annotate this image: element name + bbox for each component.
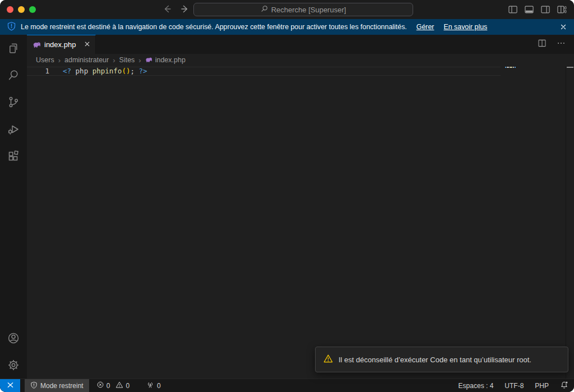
line-number: 1	[27, 67, 49, 75]
error-count: 0	[107, 382, 110, 390]
warning-icon	[323, 354, 333, 365]
more-actions-icon[interactable]	[556, 38, 566, 50]
code-token: ;	[130, 67, 135, 75]
traffic-lights	[7, 6, 36, 13]
notification-toast[interactable]: Il est déconseillé d’exécuter Code en ta…	[315, 347, 568, 372]
encoding-status[interactable]: UTF-8	[499, 379, 529, 392]
extensions-icon[interactable]	[0, 142, 27, 169]
remote-indicator[interactable]	[0, 379, 20, 392]
chevron-right-icon: ›	[113, 56, 115, 64]
code-token	[135, 67, 139, 75]
code-token: ?>	[139, 67, 147, 75]
search-icon	[261, 5, 268, 14]
restricted-mode-banner: Le mode restreint est destiné à la navig…	[0, 19, 574, 35]
source-control-icon[interactable]	[0, 89, 27, 116]
gear-icon[interactable]	[0, 352, 27, 379]
warning-count: 0	[126, 382, 129, 390]
warning-icon	[115, 381, 123, 390]
banner-message: Le mode restreint est destiné à la navig…	[21, 23, 407, 31]
ports-status[interactable]: 0	[142, 379, 165, 392]
breadcrumb-item[interactable]: Users	[36, 56, 54, 64]
remote-icon	[6, 381, 15, 391]
indentation-label: Espaces : 4	[459, 382, 494, 390]
notifications-bell[interactable]	[554, 379, 574, 392]
indentation-status[interactable]: Espaces : 4	[453, 379, 499, 392]
code-token: phpinfo	[92, 67, 122, 75]
php-icon	[33, 40, 41, 50]
error-icon	[96, 381, 104, 390]
account-icon[interactable]	[0, 325, 27, 352]
restricted-mode-label: Mode restreint	[40, 382, 84, 390]
code-editor[interactable]: 1 <? php phpinfo(); ?>	[27, 66, 574, 379]
bell-icon	[560, 381, 568, 391]
encoding-label: UTF-8	[504, 382, 524, 390]
language-mode-status[interactable]: PHP	[529, 379, 554, 392]
forward-icon[interactable]	[179, 3, 191, 15]
language-label: PHP	[535, 382, 549, 390]
status-bar: Mode restreint 0 0 0 Espaces : 4 UTF-8	[0, 379, 574, 392]
customize-layout-icon[interactable]	[556, 4, 567, 17]
chevron-right-icon: ›	[58, 56, 61, 64]
tab-close-icon[interactable]	[84, 40, 91, 49]
overview-ruler-scrollbar[interactable]	[566, 66, 574, 379]
vscode-window: Recherche [Superuser] Le mode restreint …	[0, 0, 574, 392]
cursor-position-mark	[567, 67, 573, 68]
code-token: (	[122, 67, 126, 75]
php-icon	[145, 56, 152, 64]
title-bar: Recherche [Superuser]	[0, 0, 574, 19]
tab-index-php[interactable]: index.php	[27, 35, 96, 54]
minimap[interactable]	[501, 66, 566, 379]
toggle-secondary-sidebar-icon[interactable]	[540, 4, 551, 17]
code-token: <?	[63, 67, 71, 75]
breadcrumb-item[interactable]: index.php	[155, 56, 186, 64]
zoom-window-button[interactable]	[29, 6, 36, 13]
search-view-icon[interactable]	[0, 62, 27, 89]
banner-manage-link[interactable]: Gérer	[416, 23, 434, 31]
search-placeholder: Recherche [Superuser]	[271, 6, 346, 14]
restricted-mode-status[interactable]: Mode restreint	[25, 379, 89, 392]
breadcrumb-item[interactable]: Sites	[119, 56, 135, 64]
tab-bar: index.php	[27, 35, 574, 54]
tab-label: index.php	[44, 40, 80, 49]
run-debug-icon[interactable]	[0, 116, 27, 142]
editor-group: index.php Users › administrat	[27, 35, 574, 379]
shield-icon	[30, 381, 38, 390]
code-line[interactable]: <? php phpinfo(); ?>	[63, 67, 147, 75]
breadcrumb: Users › administrateur › Sites › index.p…	[27, 54, 574, 66]
banner-learn-more-link[interactable]: En savoir plus	[443, 23, 487, 31]
minimap-code-line	[505, 67, 516, 68]
problems-status[interactable]: 0 0	[92, 379, 137, 392]
radio-tower-icon	[146, 381, 154, 390]
toggle-sidebar-icon[interactable]	[507, 4, 519, 17]
banner-close-icon[interactable]	[559, 23, 567, 31]
explorer-icon[interactable]	[0, 35, 27, 62]
chevron-right-icon: ›	[138, 56, 141, 64]
shield-icon	[7, 21, 16, 33]
minimize-window-button[interactable]	[18, 6, 25, 13]
back-icon[interactable]	[161, 3, 173, 15]
activity-bar	[0, 35, 27, 379]
split-editor-icon[interactable]	[537, 38, 547, 50]
toggle-panel-icon[interactable]	[524, 4, 535, 17]
ports-count: 0	[157, 382, 161, 390]
breadcrumb-item[interactable]: administrateur	[64, 56, 109, 64]
code-token: php	[71, 67, 92, 75]
notification-message: Il est déconseillé d’exécuter Code en ta…	[339, 356, 531, 364]
close-window-button[interactable]	[7, 6, 13, 13]
command-center-search[interactable]: Recherche [Superuser]	[193, 3, 413, 16]
